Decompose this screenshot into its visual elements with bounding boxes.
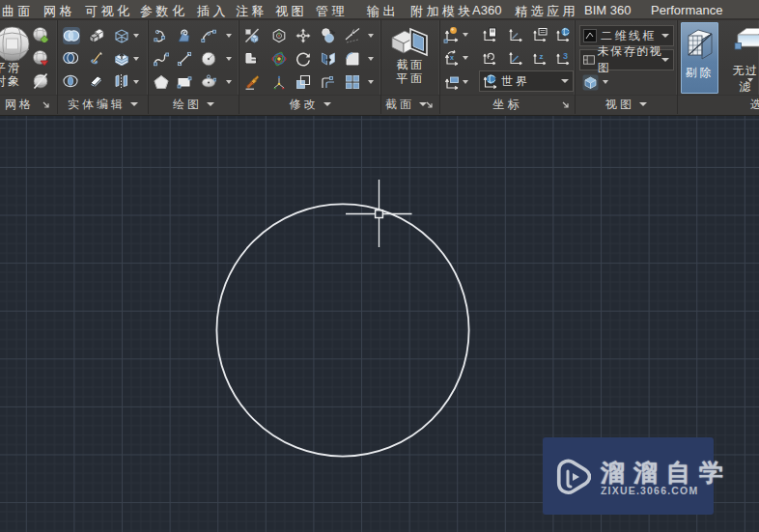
svg-text:3: 3 [563,51,568,61]
svg-text:x: x [450,54,454,61]
svg-text:z: z [540,52,544,61]
